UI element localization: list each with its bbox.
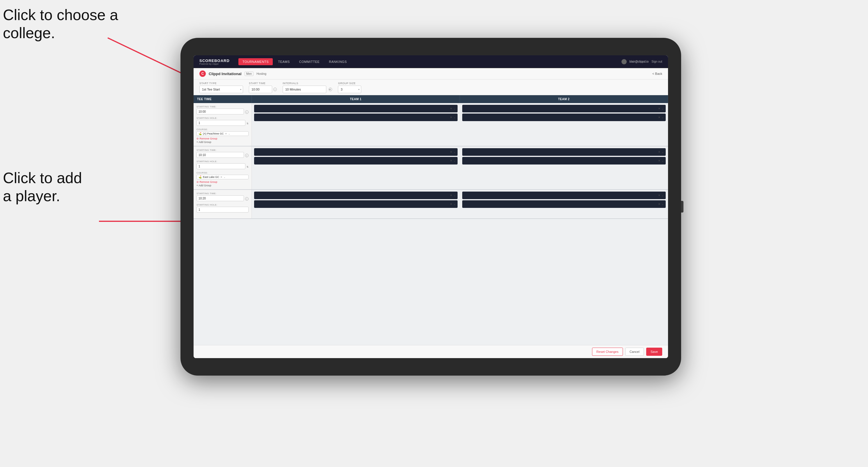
starting-time-input-2[interactable]: 10:10 bbox=[196, 152, 244, 158]
intervals-select-wrapper: 10 Minutes ▾ i bbox=[283, 86, 332, 93]
player-slot-row3-1-2[interactable]: ✕ ⌄ bbox=[254, 200, 458, 208]
slot-chevron-icon-row3-1-1[interactable]: ⌄ bbox=[454, 194, 456, 197]
start-time-info-icon[interactable]: i bbox=[273, 88, 277, 91]
table-row: STARTING TIME: 10:10 i STARTING HOLE: 1 … bbox=[193, 147, 668, 190]
slot-chevron-icon-row2-1-1[interactable]: ⌄ bbox=[454, 151, 456, 153]
starting-hole-arrow-1: ⇅ bbox=[247, 122, 249, 125]
group-size-select[interactable]: 3 bbox=[338, 86, 361, 93]
intervals-info-icon[interactable]: i bbox=[329, 88, 332, 91]
slot-x-icon-row2-1-2[interactable]: ✕ bbox=[450, 159, 452, 162]
start-time-input[interactable] bbox=[249, 86, 272, 93]
player-slot-row3-2-1[interactable]: ✕ ⌄ bbox=[462, 192, 666, 199]
slot-x-icon-row2-2-1[interactable]: ✕ bbox=[658, 151, 660, 153]
logo-area: SCOREBOARD Powered by clippd bbox=[199, 59, 230, 65]
slot-x-icon-2-2[interactable]: ✕ bbox=[658, 116, 660, 119]
annotation-line1: Click to choose a bbox=[3, 6, 118, 23]
player-slot-row2-2-1[interactable]: ✕ ⌄ bbox=[462, 148, 666, 156]
reset-changes-button[interactable]: Reset Changes bbox=[592, 348, 623, 356]
slot-x-icon-row3-1-2[interactable]: ✕ bbox=[450, 203, 452, 206]
starting-time-info-icon-3[interactable]: i bbox=[245, 197, 249, 200]
course-tag-wrapper-1: ⛳ (A) Peachtree GC ✕ ⌄ bbox=[196, 131, 249, 136]
save-button[interactable]: Save bbox=[646, 348, 662, 356]
add-group-link-2[interactable]: + Add Group bbox=[196, 184, 249, 187]
course-dropdown-icon-2[interactable]: ⌄ bbox=[223, 176, 225, 179]
back-button[interactable]: < Back bbox=[652, 72, 662, 75]
sign-out-link[interactable]: Sign out bbox=[651, 60, 662, 63]
starting-hole-input-3[interactable]: 1 bbox=[196, 207, 249, 213]
course-tag-1[interactable]: ⛳ (A) Peachtree GC ✕ ⌄ bbox=[196, 131, 249, 136]
add-group-link-1[interactable]: + Add Group bbox=[196, 141, 249, 144]
starting-time-info-icon-2[interactable]: i bbox=[245, 154, 249, 157]
action-links-2: ⊖ Remove Group + Add Group bbox=[196, 181, 249, 187]
tablet-frame: SCOREBOARD Powered by clippd TOURNAMENTS… bbox=[181, 38, 681, 376]
player-slot-row2-1-2[interactable]: ✕ ⌄ bbox=[254, 157, 458, 164]
slot-chevron-icon-row3-1-2[interactable]: ⌄ bbox=[454, 203, 456, 206]
nav-bar: SCOREBOARD Powered by clippd TOURNAMENTS… bbox=[193, 55, 668, 68]
player-slot-row3-1-1[interactable]: ✕ ⌄ bbox=[254, 192, 458, 199]
slot-chevron-icon-1-1[interactable]: ⌄ bbox=[454, 107, 456, 110]
nav-link-rankings[interactable]: RANKINGS bbox=[325, 58, 351, 65]
slot-chevron-icon-2-2[interactable]: ⌄ bbox=[662, 116, 664, 119]
slot-chevron-icon-row3-2-2[interactable]: ⌄ bbox=[662, 203, 664, 206]
slot-chevron-icon-row3-2-1[interactable]: ⌄ bbox=[662, 194, 664, 197]
starting-time-input-3[interactable]: 10:20 bbox=[196, 195, 244, 201]
slot-chevron-icon-row2-1-2[interactable]: ⌄ bbox=[454, 159, 456, 162]
slot-chevron-icon-2-1[interactable]: ⌄ bbox=[662, 107, 664, 110]
content-area[interactable]: STARTING TIME: 10:00 i STARTING HOLE: 1 … bbox=[193, 103, 668, 345]
starting-hole-arrow-2: ⇅ bbox=[247, 166, 249, 168]
group-size-label: Group Size bbox=[338, 82, 361, 85]
course-remove-icon-2[interactable]: ✕ bbox=[220, 176, 222, 179]
slot-chevron-icon-1-2[interactable]: ⌄ bbox=[454, 116, 456, 119]
start-time-group: Start Time i bbox=[249, 82, 277, 93]
annotation-add-player: Click to add a player. bbox=[3, 169, 82, 205]
player-slot-1-2[interactable]: ✕ ⌄ bbox=[254, 114, 458, 121]
slot-x-icon-2-1[interactable]: ✕ bbox=[658, 107, 660, 110]
left-panel-2: STARTING TIME: 10:10 i STARTING HOLE: 1 … bbox=[193, 147, 252, 189]
hosting-badge: Hosting bbox=[256, 72, 266, 75]
slot-chevron-icon-row2-2-1[interactable]: ⌄ bbox=[662, 151, 664, 153]
starting-time-input-1[interactable]: 10:00 bbox=[196, 108, 244, 115]
nav-link-committee[interactable]: COMMITTEE bbox=[295, 58, 324, 65]
gender-badge: Men bbox=[245, 72, 253, 76]
starting-time-label-2: STARTING TIME: bbox=[196, 149, 249, 151]
course-icon-1: ⛳ bbox=[198, 132, 202, 135]
slot-x-icon-row3-2-2[interactable]: ✕ bbox=[658, 203, 660, 206]
slot-x-icon-row2-2-2[interactable]: ✕ bbox=[658, 159, 660, 162]
player-slot-1-1[interactable]: ✕ ⌄ bbox=[254, 105, 458, 113]
tablet-side-button bbox=[681, 201, 683, 213]
course-remove-icon-1[interactable]: ✕ bbox=[225, 132, 227, 135]
nav-link-tournaments[interactable]: TOURNAMENTS bbox=[238, 58, 273, 65]
team1-panel-1: ✕ ⌄ ✕ ⌄ bbox=[252, 103, 460, 146]
start-type-select[interactable]: 1st Tee Start bbox=[199, 86, 243, 93]
starting-hole-row-3: 1 bbox=[196, 207, 249, 214]
starting-time-label-3: STARTING TIME: bbox=[196, 192, 249, 195]
cancel-button[interactable]: Cancel bbox=[625, 348, 644, 356]
player-slot-2-1[interactable]: ✕ ⌄ bbox=[462, 105, 666, 113]
nav-right: blair@clippd.io Sign out bbox=[621, 59, 662, 64]
slot-x-icon-row2-1-1[interactable]: ✕ bbox=[450, 151, 452, 153]
player-slot-2-2[interactable]: ✕ ⌄ bbox=[462, 114, 666, 121]
starting-time-info-icon-1[interactable]: i bbox=[245, 110, 249, 114]
tournament-logo: C bbox=[199, 70, 206, 77]
action-links-1: ⊖ Remove Group + Add Group bbox=[196, 137, 249, 144]
left-panel-3: STARTING TIME: 10:20 i STARTING HOLE: 1 bbox=[193, 190, 252, 218]
player-slot-row2-1-1[interactable]: ✕ ⌄ bbox=[254, 148, 458, 156]
slot-x-icon-1-2[interactable]: ✕ bbox=[450, 116, 452, 119]
user-avatar bbox=[621, 59, 627, 64]
slot-x-icon-row3-1-1[interactable]: ✕ bbox=[450, 194, 452, 197]
tournament-name: Clippd Invitational bbox=[209, 72, 242, 76]
slot-chevron-icon-row2-2-2[interactable]: ⌄ bbox=[662, 159, 664, 162]
remove-group-link-2[interactable]: ⊖ Remove Group bbox=[196, 181, 249, 183]
course-dropdown-icon-1[interactable]: ⌄ bbox=[228, 132, 230, 135]
nav-link-teams[interactable]: TEAMS bbox=[274, 58, 294, 65]
slot-x-icon-row3-2-1[interactable]: ✕ bbox=[658, 194, 660, 197]
slot-x-icon-1-1[interactable]: ✕ bbox=[450, 107, 452, 110]
remove-group-link-1[interactable]: ⊖ Remove Group bbox=[196, 137, 249, 140]
starting-hole-input-2[interactable]: 1 bbox=[196, 163, 245, 169]
player-slot-row3-2-2[interactable]: ✕ ⌄ bbox=[462, 200, 666, 208]
player-slot-row2-2-2[interactable]: ✕ ⌄ bbox=[462, 157, 666, 164]
intervals-select[interactable]: 10 Minutes bbox=[283, 86, 326, 93]
intervals-label: Intervals bbox=[283, 82, 332, 85]
course-tag-2[interactable]: ⛳ East Lake GC ✕ ⌄ bbox=[196, 175, 249, 179]
starting-hole-input-1[interactable]: 1 bbox=[196, 120, 245, 126]
